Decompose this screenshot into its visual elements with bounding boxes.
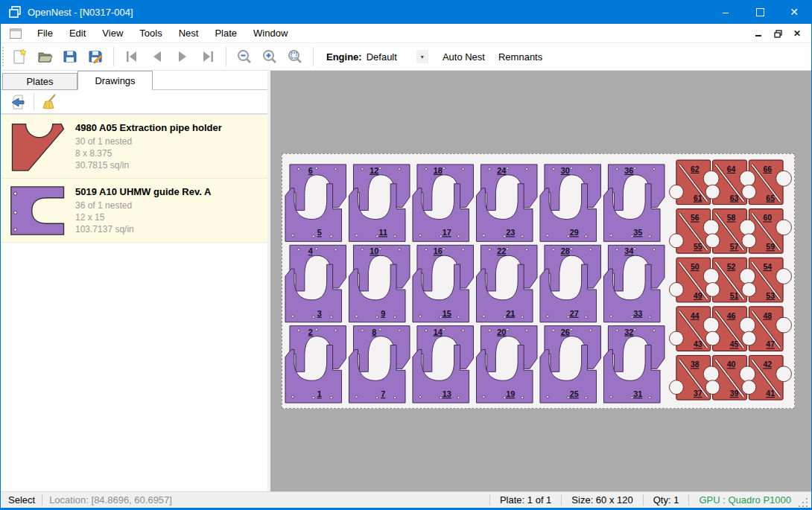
resize-grip[interactable] bbox=[799, 497, 809, 507]
part-number-52[interactable]: 52 bbox=[727, 263, 736, 271]
part-number-53[interactable]: 53 bbox=[766, 292, 775, 300]
part-number-42[interactable]: 42 bbox=[763, 360, 772, 369]
part-number-2[interactable]: 2 bbox=[308, 328, 313, 337]
part-number-65[interactable]: 65 bbox=[766, 194, 775, 203]
part-number-1[interactable]: 1 bbox=[317, 389, 322, 398]
mdi-restore-button[interactable] bbox=[770, 26, 786, 41]
part-number-41[interactable]: 41 bbox=[766, 389, 775, 398]
part-number-40[interactable]: 40 bbox=[727, 360, 736, 369]
menu-plate[interactable]: Plate bbox=[206, 25, 245, 42]
part-number-46[interactable]: 46 bbox=[727, 312, 736, 320]
menu-nest[interactable]: Nest bbox=[171, 25, 207, 42]
document-window-icon[interactable] bbox=[10, 28, 22, 39]
menu-window[interactable]: Window bbox=[245, 25, 296, 42]
tab-drawings[interactable]: Drawings bbox=[77, 71, 153, 90]
new-button[interactable] bbox=[7, 45, 32, 68]
part-number-49[interactable]: 49 bbox=[694, 292, 702, 300]
part-number-35[interactable]: 35 bbox=[633, 228, 642, 237]
minimize-button[interactable]: – bbox=[708, 0, 743, 24]
part-number-25[interactable]: 25 bbox=[570, 389, 579, 398]
part-number-48[interactable]: 48 bbox=[763, 312, 772, 320]
part-number-43[interactable]: 43 bbox=[694, 340, 702, 348]
part-number-61[interactable]: 61 bbox=[694, 194, 702, 203]
purple-part-16[interactable] bbox=[417, 245, 474, 291]
part-number-27[interactable]: 27 bbox=[570, 309, 579, 318]
mdi-minimize-button[interactable] bbox=[750, 26, 767, 41]
zoom-out-button[interactable] bbox=[232, 45, 257, 68]
part-number-15[interactable]: 15 bbox=[443, 309, 451, 318]
part-number-58[interactable]: 58 bbox=[727, 214, 736, 222]
previous-plate-button[interactable] bbox=[145, 45, 170, 68]
part-number-34[interactable]: 34 bbox=[624, 246, 634, 255]
part-number-44[interactable]: 44 bbox=[691, 312, 700, 320]
part-number-18[interactable]: 18 bbox=[434, 166, 443, 175]
part-number-6[interactable]: 6 bbox=[308, 166, 313, 175]
part-number-62[interactable]: 62 bbox=[691, 165, 700, 173]
part-number-17[interactable]: 17 bbox=[443, 228, 451, 237]
auto-nest-button[interactable]: Auto Nest bbox=[436, 47, 492, 67]
part-number-26[interactable]: 26 bbox=[561, 328, 570, 337]
purple-part-30[interactable] bbox=[545, 165, 601, 211]
engine-dropdown-button[interactable]: ▾ bbox=[416, 50, 428, 63]
purple-part-12[interactable] bbox=[353, 165, 410, 211]
engine-combobox[interactable]: Default bbox=[367, 51, 397, 63]
purple-part-32[interactable] bbox=[608, 326, 664, 372]
part-number-11[interactable]: 11 bbox=[378, 228, 387, 237]
part-number-50[interactable]: 50 bbox=[691, 263, 700, 271]
part-number-32[interactable]: 32 bbox=[624, 328, 633, 337]
purple-part-36[interactable] bbox=[608, 165, 664, 211]
part-number-55[interactable]: 55 bbox=[694, 243, 702, 251]
next-plate-button[interactable] bbox=[170, 45, 195, 68]
part-number-56[interactable]: 56 bbox=[691, 214, 700, 222]
nest-canvas[interactable]: 6512111817242330293635431091615222128273… bbox=[267, 71, 812, 491]
purple-part-2[interactable] bbox=[290, 326, 346, 372]
part-number-66[interactable]: 66 bbox=[763, 165, 772, 173]
import-drawing-button[interactable] bbox=[7, 92, 29, 112]
part-number-14[interactable]: 14 bbox=[434, 328, 443, 337]
save-button[interactable] bbox=[57, 45, 83, 68]
part-number-31[interactable]: 31 bbox=[633, 389, 642, 398]
part-number-22[interactable]: 22 bbox=[497, 246, 506, 255]
purple-part-28[interactable] bbox=[545, 245, 601, 291]
plate[interactable]: 6512111817242330293635431091615222128273… bbox=[282, 153, 795, 409]
part-number-13[interactable]: 13 bbox=[443, 389, 451, 398]
part-number-3[interactable]: 3 bbox=[317, 309, 322, 318]
last-plate-button[interactable] bbox=[195, 45, 221, 68]
purple-part-8[interactable] bbox=[353, 326, 410, 372]
purple-part-22[interactable] bbox=[480, 245, 537, 291]
zoom-in-button[interactable] bbox=[257, 45, 282, 68]
drawing-item[interactable]: 4980 A05 Extraction pipe holder 30 of 1 … bbox=[1, 115, 267, 179]
menu-view[interactable]: View bbox=[94, 25, 131, 42]
nest-drawing[interactable]: 6512111817242330293635431091615222128273… bbox=[282, 153, 795, 409]
part-number-29[interactable]: 29 bbox=[570, 228, 579, 237]
part-number-19[interactable]: 19 bbox=[506, 389, 515, 398]
purple-part-34[interactable] bbox=[608, 245, 664, 291]
purple-part-4[interactable] bbox=[290, 245, 346, 291]
part-number-33[interactable]: 33 bbox=[633, 309, 642, 318]
part-number-57[interactable]: 57 bbox=[730, 243, 739, 251]
close-button[interactable]: ✕ bbox=[777, 0, 811, 24]
part-number-39[interactable]: 39 bbox=[730, 389, 739, 398]
drawing-item[interactable]: 5019 A10 UHMW guide Rev. A 36 of 1 neste… bbox=[1, 179, 267, 243]
part-number-21[interactable]: 21 bbox=[506, 309, 515, 318]
part-number-37[interactable]: 37 bbox=[694, 389, 702, 398]
part-number-64[interactable]: 64 bbox=[727, 165, 736, 173]
first-plate-button[interactable] bbox=[119, 45, 145, 68]
part-number-24[interactable]: 24 bbox=[497, 166, 507, 175]
open-button[interactable] bbox=[32, 45, 57, 68]
part-number-30[interactable]: 30 bbox=[561, 166, 570, 175]
part-number-23[interactable]: 23 bbox=[506, 228, 515, 237]
remnants-button[interactable]: Remnants bbox=[492, 47, 549, 67]
purple-part-24[interactable] bbox=[480, 165, 537, 211]
tab-plates[interactable]: Plates bbox=[2, 73, 77, 90]
part-number-59[interactable]: 59 bbox=[766, 243, 775, 251]
part-number-16[interactable]: 16 bbox=[434, 246, 443, 255]
menu-edit[interactable]: Edit bbox=[61, 25, 94, 42]
purple-part-18[interactable] bbox=[417, 165, 474, 211]
part-number-63[interactable]: 63 bbox=[730, 194, 739, 203]
zoom-fit-button[interactable] bbox=[282, 45, 308, 68]
part-number-20[interactable]: 20 bbox=[497, 328, 506, 337]
purple-part-26[interactable] bbox=[545, 326, 601, 372]
part-number-8[interactable]: 8 bbox=[372, 328, 376, 337]
menu-file[interactable]: File bbox=[29, 25, 61, 42]
